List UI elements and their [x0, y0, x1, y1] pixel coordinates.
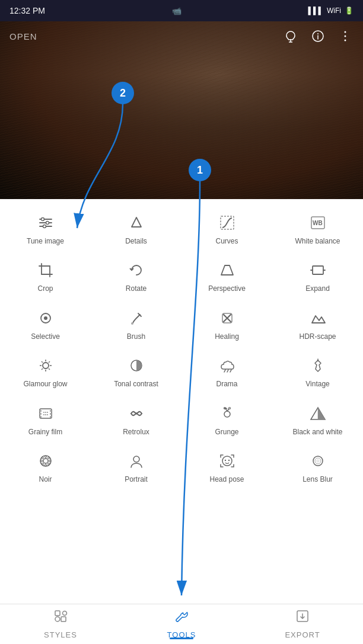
tool-details[interactable]: Details: [91, 204, 182, 251]
svg-point-11: [41, 218, 44, 221]
svg-point-4: [345, 36, 346, 37]
grainy-film-label: Grainy film: [28, 428, 62, 436]
svg-point-48: [45, 414, 46, 415]
svg-rect-74: [55, 617, 60, 621]
tool-grainy-film[interactable]: Grainy film: [0, 395, 91, 442]
tools-underline: [170, 637, 193, 639]
tool-perspective[interactable]: Perspective: [182, 251, 272, 299]
drama-icon: [216, 355, 238, 376]
top-bar: OPEN: [0, 21, 363, 51]
svg-point-52: [228, 407, 230, 409]
svg-text:WB: WB: [313, 220, 323, 226]
tonal-contrast-label: Tonal contrast: [114, 380, 158, 388]
svg-rect-42: [50, 413, 52, 415]
vintage-label: Vintage: [305, 380, 329, 388]
svg-point-57: [44, 456, 46, 457]
info-icon[interactable]: [310, 28, 326, 44]
head-pose-label: Head pose: [209, 475, 244, 483]
healing-label: Healing: [215, 332, 239, 341]
camera-icon: 📹: [172, 7, 182, 15]
tool-expand[interactable]: Expand: [272, 251, 363, 299]
svg-point-64: [47, 457, 49, 459]
svg-rect-38: [40, 410, 42, 412]
tools-icon: [174, 609, 189, 627]
perspective-icon: [216, 259, 238, 281]
noir-icon: [35, 450, 56, 472]
expand-icon: [307, 259, 329, 281]
svg-point-68: [228, 460, 229, 461]
svg-rect-72: [55, 611, 60, 616]
tool-rotate[interactable]: Rotate: [91, 251, 182, 299]
more-icon[interactable]: [337, 28, 354, 44]
nav-tools[interactable]: TOOLS: [121, 609, 242, 639]
perspective-label: Perspective: [208, 284, 246, 293]
tool-white-balance[interactable]: WB White balance: [272, 204, 363, 251]
brush-label: Brush: [127, 332, 145, 341]
svg-rect-18: [313, 266, 323, 274]
tool-hdr-scape[interactable]: HDR-scape: [272, 299, 363, 347]
photo-area: OPEN: [0, 21, 363, 199]
styles-label: STYLES: [44, 630, 77, 639]
wifi-icon: WiFi: [327, 7, 341, 15]
svg-point-70: [315, 458, 321, 464]
tool-head-pose[interactable]: Head pose: [182, 442, 272, 489]
tool-grunge[interactable]: Grunge: [182, 395, 272, 442]
nav-styles[interactable]: STYLES: [0, 609, 121, 639]
healing-icon: [216, 307, 238, 329]
curves-label: Curves: [215, 237, 238, 245]
svg-point-23: [43, 363, 49, 369]
bottom-nav: STYLES TOOLS EXPORT: [0, 604, 363, 644]
svg-line-29: [49, 369, 50, 370]
tool-drama[interactable]: Drama: [182, 347, 272, 394]
svg-line-33: [224, 370, 225, 372]
tools-grid: Tune image Details Curves: [0, 199, 363, 494]
svg-rect-39: [40, 413, 42, 415]
annotation-2: 2: [112, 82, 134, 104]
tool-retrolux[interactable]: Retrolux: [91, 395, 182, 442]
svg-line-34: [227, 370, 228, 372]
svg-point-58: [44, 464, 46, 466]
svg-point-5: [345, 40, 346, 41]
svg-point-56: [43, 459, 48, 463]
black-and-white-label: Black and white: [292, 428, 342, 436]
svg-point-71: [317, 460, 319, 462]
head-pose-icon: [216, 450, 238, 472]
svg-marker-14: [132, 217, 141, 227]
svg-point-21: [131, 322, 133, 325]
tool-noir[interactable]: Noir: [0, 442, 91, 489]
status-time: 12:32 PM: [9, 6, 45, 15]
svg-point-45: [45, 412, 46, 413]
tool-portrait[interactable]: Portrait: [91, 442, 182, 489]
selective-label: Selective: [31, 332, 60, 341]
svg-rect-40: [40, 416, 42, 418]
battery-icon: 🔋: [345, 7, 354, 15]
tool-glamour-glow[interactable]: Glamour glow: [0, 347, 91, 394]
retrolux-icon: [126, 403, 147, 424]
tool-curves[interactable]: Curves: [182, 204, 272, 251]
tool-crop[interactable]: Crop: [0, 251, 91, 299]
svg-point-20: [44, 316, 47, 320]
svg-rect-66: [222, 456, 232, 466]
tool-brush[interactable]: Brush: [91, 299, 182, 347]
svg-point-3: [345, 31, 346, 33]
svg-point-69: [313, 456, 323, 466]
open-label[interactable]: OPEN: [9, 31, 37, 41]
details-label: Details: [125, 237, 147, 245]
tool-lens-blur[interactable]: Lens Blur: [272, 442, 363, 489]
svg-point-2: [317, 33, 319, 34]
tool-tune-image[interactable]: Tune image: [0, 204, 91, 251]
expand-label: Expand: [305, 284, 330, 293]
lightning-icon[interactable]: [282, 28, 299, 44]
svg-point-62: [47, 463, 49, 464]
tool-black-and-white[interactable]: Black and white: [272, 395, 363, 442]
grunge-label: Grunge: [215, 428, 238, 436]
nav-export[interactable]: EXPORT: [242, 609, 363, 639]
svg-point-63: [42, 463, 43, 464]
tool-vintage[interactable]: Vintage: [272, 347, 363, 394]
svg-point-65: [133, 456, 139, 462]
tool-selective[interactable]: Selective: [0, 299, 91, 347]
white-balance-label: White balance: [295, 237, 340, 245]
tool-healing[interactable]: Healing: [182, 299, 272, 347]
tune-image-icon: [35, 212, 56, 233]
tool-tonal-contrast[interactable]: Tonal contrast: [91, 347, 182, 394]
